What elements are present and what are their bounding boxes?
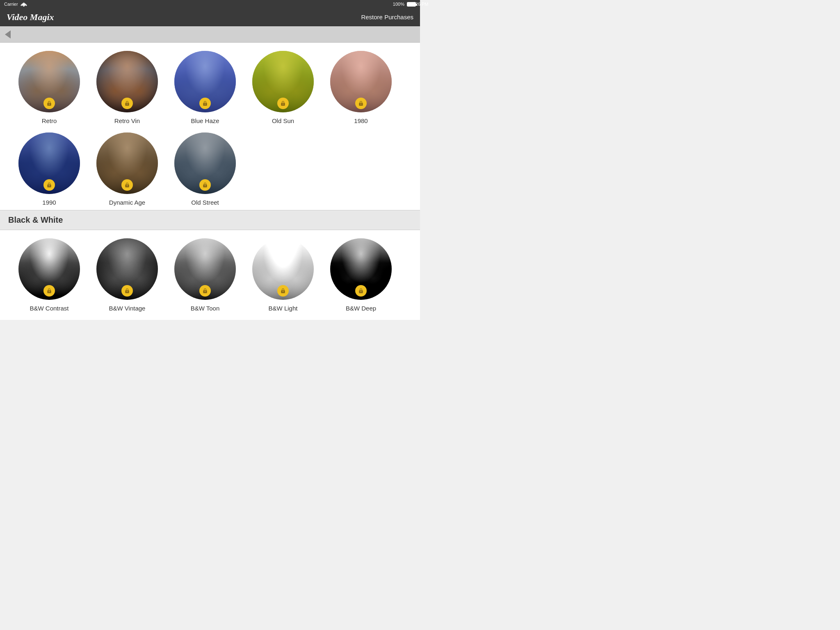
- battery-icon: [407, 2, 416, 7]
- filter-label-bw-vintage: B&W Vintage: [109, 305, 146, 312]
- lock-svg-retro: [46, 100, 52, 106]
- filter-label-dynamic-age: Dynamic Age: [109, 199, 145, 206]
- lock-icon-bw-contrast: [43, 285, 55, 297]
- filter-item-bw-deep[interactable]: B&W Deep: [328, 238, 394, 312]
- filter-label-1990: 1990: [42, 199, 56, 206]
- filter-label-bw-contrast: B&W Contrast: [30, 305, 68, 312]
- filter-circle-bw-contrast: [18, 238, 80, 300]
- lock-icon-retro: [43, 98, 55, 109]
- filter-circle-1990: [18, 132, 80, 194]
- filter-item-1980[interactable]: 1980: [328, 51, 394, 124]
- bw-section-title: Black & White: [8, 215, 63, 224]
- filter-item-old-sun[interactable]: Old Sun: [250, 51, 316, 124]
- lock-icon-old-street: [199, 179, 211, 191]
- filter-circle-blue-haze: [174, 51, 236, 112]
- lock-icon-bw-light: [277, 285, 289, 297]
- filter-label-retro: Retro: [42, 117, 57, 124]
- filter-label-bw-deep: B&W Deep: [346, 305, 376, 312]
- filter-item-bw-contrast[interactable]: B&W Contrast: [16, 238, 82, 312]
- bw-filter-grid: B&W Contrast B&W Vintage: [12, 238, 408, 312]
- lock-icon-bw-deep: [355, 285, 367, 297]
- lock-icon-bw-toon: [199, 285, 211, 297]
- filter-circle-dynamic-age: [96, 132, 158, 194]
- filter-circle-bw-deep: [330, 238, 392, 300]
- filter-label-bw-toon: B&W Toon: [191, 305, 220, 312]
- bw-section: Black & White B&W Contrast: [12, 210, 408, 312]
- color-filter-grid: Retro Retro Vin: [12, 51, 408, 124]
- filter-item-bw-light[interactable]: B&W Light: [250, 238, 316, 312]
- lock-icon-1980: [355, 98, 367, 109]
- svg-point-0: [23, 6, 24, 7]
- filter-circle-retro: [18, 51, 80, 112]
- main-content: Retro Retro Vin: [0, 43, 420, 320]
- bw-section-header: Black & White: [0, 210, 420, 230]
- restore-purchases-button[interactable]: Restore Purchases: [361, 14, 413, 21]
- filter-item-old-street[interactable]: Old Street: [172, 132, 238, 206]
- lock-icon-blue-haze: [199, 98, 211, 109]
- filter-label-bw-light: B&W Light: [269, 305, 298, 312]
- status-left: Carrier: [4, 2, 27, 7]
- filter-label-old-street: Old Street: [191, 199, 219, 206]
- lock-icon-old-sun: [277, 98, 289, 109]
- filter-item-retro-vin[interactable]: Retro Vin: [94, 51, 160, 124]
- filter-item-dynamic-age[interactable]: Dynamic Age: [94, 132, 160, 206]
- wifi-icon: [21, 2, 27, 7]
- back-bar[interactable]: [0, 26, 420, 43]
- carrier-label: Carrier: [4, 2, 18, 7]
- status-right: 100%: [393, 2, 416, 7]
- filter-circle-bw-toon: [174, 238, 236, 300]
- lock-icon-1990: [43, 179, 55, 191]
- lock-icon-bw-vintage: [121, 285, 133, 297]
- status-bar: Carrier 1:26 PM 100%: [0, 0, 420, 8]
- app-title: Video Magix: [7, 12, 54, 23]
- lock-icon-dynamic-age: [121, 179, 133, 191]
- filter-label-old-sun: Old Sun: [272, 117, 294, 124]
- filter-item-1990[interactable]: 1990: [16, 132, 82, 206]
- filter-item-retro[interactable]: Retro: [16, 51, 82, 124]
- filter-circle-old-street: [174, 132, 236, 194]
- filter-label-blue-haze: Blue Haze: [191, 117, 219, 124]
- filter-item-bw-vintage[interactable]: B&W Vintage: [94, 238, 160, 312]
- color-filter-grid-row2: 1990 Dynamic Age: [12, 132, 408, 206]
- lock-icon-retro-vin: [121, 98, 133, 109]
- color-filter-section: Retro Retro Vin: [12, 51, 408, 206]
- filter-item-bw-toon[interactable]: B&W Toon: [172, 238, 238, 312]
- back-arrow-icon[interactable]: [5, 30, 11, 39]
- filter-label-1980: 1980: [354, 117, 368, 124]
- filter-item-blue-haze[interactable]: Blue Haze: [172, 51, 238, 124]
- filter-circle-retro-vin: [96, 51, 158, 112]
- filter-label-retro-vin: Retro Vin: [114, 117, 140, 124]
- battery-percent: 100%: [393, 2, 404, 7]
- nav-bar: Video Magix Restore Purchases: [0, 8, 420, 26]
- filter-circle-1980: [330, 51, 392, 112]
- filter-circle-old-sun: [252, 51, 314, 112]
- filter-circle-bw-vintage: [96, 238, 158, 300]
- filter-circle-bw-light: [252, 238, 314, 300]
